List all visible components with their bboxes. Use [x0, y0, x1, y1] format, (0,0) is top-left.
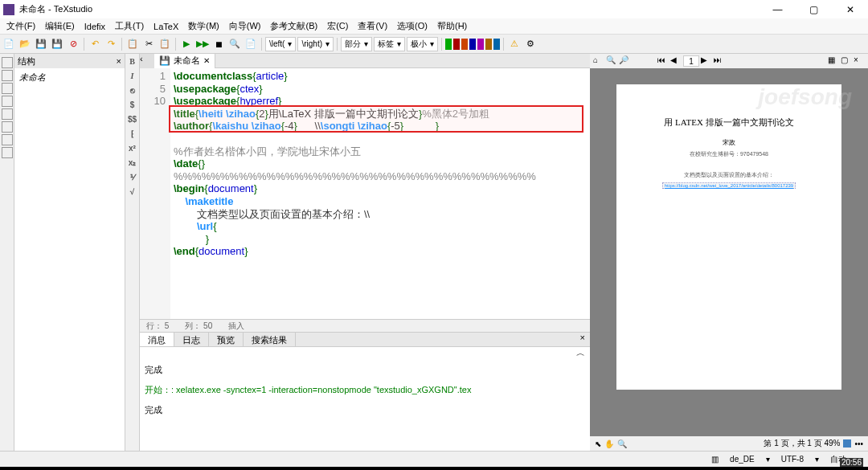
tab-messages[interactable]: 消息 [140, 333, 174, 346]
et-btn-7[interactable]: x² [127, 144, 138, 155]
messages-close-icon[interactable]: × [575, 333, 590, 346]
color-7-icon[interactable] [493, 39, 500, 50]
color-2-icon[interactable] [453, 39, 460, 50]
side-btn-5[interactable] [2, 108, 13, 120]
minimize-button[interactable]: — [760, 0, 796, 18]
preview-viewport[interactable]: joefsong 用 LATEX 排版一篇中文期刊论文 宋政 在校研究生博群号：… [590, 68, 868, 436]
sidebar-left [0, 54, 14, 451]
part-dropdown[interactable]: 部分 ▾ [341, 37, 372, 51]
color-4-icon[interactable] [469, 39, 476, 50]
et-btn-5[interactable]: $$ [127, 115, 138, 126]
color-5-icon[interactable] [477, 39, 484, 50]
side-btn-4[interactable] [2, 96, 13, 107]
menu-bib[interactable]: 参考文献(B) [265, 18, 322, 34]
watermark: joefsong [758, 84, 852, 110]
et-btn-8[interactable]: x₂ [127, 158, 138, 170]
pv-home-icon[interactable]: ⌂ [593, 55, 604, 67]
menu-file[interactable]: 文件(F) [2, 18, 40, 34]
right-delimiter-dropdown[interactable]: \right) ▾ [297, 37, 334, 51]
pv-more-icon[interactable]: ••• [854, 439, 863, 448]
language-selector[interactable]: de_DE [727, 455, 758, 464]
open-file-icon[interactable]: 📂 [18, 37, 32, 51]
menu-macros[interactable]: 宏(C) [322, 18, 353, 34]
tool-icon[interactable]: ⚙ [523, 37, 538, 51]
build-view-icon[interactable]: ▶▶ [195, 37, 210, 51]
zoom-icon[interactable]: 🔍 [617, 439, 627, 448]
side-btn-1[interactable] [2, 57, 13, 68]
side-btn-7[interactable] [2, 134, 13, 145]
et-btn-9[interactable]: ⅟ [127, 173, 138, 184]
close-doc-icon[interactable]: ⊘ [66, 37, 80, 51]
et-btn-10[interactable]: √ [127, 187, 138, 198]
side-btn-8[interactable] [2, 147, 13, 158]
tab-close-icon[interactable]: ✕ [203, 56, 210, 65]
structure-close-icon[interactable]: × [117, 56, 121, 66]
menu-wizards[interactable]: 向导(W) [224, 18, 266, 34]
cut-icon[interactable]: ✂ [141, 37, 156, 51]
color-3-icon[interactable] [461, 39, 468, 50]
side-btn-6[interactable] [2, 121, 13, 133]
tab-log[interactable]: 日志 [174, 333, 209, 346]
expand-icon[interactable]: ︿ [140, 347, 590, 359]
size-dropdown[interactable]: 极小 ▾ [407, 37, 438, 51]
new-file-icon[interactable]: 📄 [2, 37, 16, 51]
view-log-icon[interactable]: 📄 [244, 37, 258, 51]
side-btn-3[interactable] [2, 83, 13, 94]
pv-prev-icon[interactable]: ◀ [670, 55, 682, 67]
sb-icon-1[interactable]: ▥ [711, 455, 719, 464]
menu-view[interactable]: 查看(V) [353, 18, 392, 34]
color-1-icon[interactable] [445, 39, 452, 50]
label-dropdown[interactable]: 标签 ▾ [374, 37, 405, 51]
cursor-icon[interactable]: ⬉ [595, 439, 601, 448]
color-6-icon[interactable] [485, 39, 492, 50]
pv-last-icon[interactable]: ⏭ [714, 55, 725, 67]
pv-zoom-in-icon[interactable]: 🔍 [606, 55, 617, 67]
pv-next-icon[interactable]: ▶ [701, 55, 712, 67]
paste-icon[interactable]: 📋 [158, 37, 172, 51]
view-icon[interactable]: 🔍 [227, 37, 242, 51]
preview-panel: ⌂ 🔍 🔎 ⏮ ◀ ▶ ⏭ ▦ ▢ × joefsong 用 LATEX 排版一… [590, 54, 868, 451]
save-icon[interactable]: 💾 [34, 37, 48, 51]
side-btn-2[interactable] [2, 70, 13, 81]
et-btn-6[interactable]: ⁅ [127, 129, 138, 141]
et-btn-3[interactable]: ⎋ [127, 86, 138, 97]
stop-icon[interactable]: ⏹ [211, 37, 226, 51]
bold-button[interactable]: B [127, 57, 138, 68]
left-delimiter-dropdown[interactable]: \left( ▾ [265, 37, 296, 51]
menu-idefix[interactable]: Idefix [80, 20, 110, 33]
code-editor[interactable]: 1510 \documentclass{article} \usepackage… [140, 68, 590, 319]
maximize-button[interactable]: ▢ [796, 0, 832, 18]
pv-opt2-icon[interactable]: ▢ [841, 55, 852, 67]
close-button[interactable]: ✕ [832, 0, 868, 18]
menu-options[interactable]: 选项(O) [392, 18, 432, 34]
undo-icon[interactable]: ↶ [88, 37, 102, 51]
menu-math[interactable]: 数学(M) [183, 18, 224, 34]
editor-tab[interactable]: 💾 未命名 ✕ [154, 54, 215, 68]
menu-tools[interactable]: 工具(T) [110, 18, 149, 34]
pv-close-icon[interactable]: × [854, 55, 865, 67]
copy-icon[interactable]: 📋 [125, 37, 140, 51]
pv-zoom-out-icon[interactable]: 🔎 [619, 55, 630, 67]
titlebar: 未命名 - TeXstudio — ▢ ✕ [0, 0, 868, 18]
pv-page-input[interactable] [683, 55, 699, 67]
italic-button[interactable]: I [127, 72, 138, 83]
menu-help[interactable]: 帮助(H) [432, 18, 472, 34]
encoding-selector[interactable]: UTF-8 [778, 455, 807, 464]
pv-opt1-icon[interactable]: ▦ [828, 55, 839, 67]
code-text[interactable]: \documentclass{article} \usepackage{ctex… [170, 68, 590, 319]
save-all-icon[interactable]: 💾 [50, 37, 64, 51]
redo-icon[interactable]: ↷ [104, 37, 118, 51]
tab-search[interactable]: 搜索结果 [244, 333, 296, 346]
menu-edit[interactable]: 编辑(E) [40, 18, 80, 34]
structure-item[interactable]: 未命名 [14, 68, 125, 87]
pv-first-icon[interactable]: ⏮ [657, 55, 669, 67]
warning-icon[interactable]: ⚠ [507, 37, 522, 51]
tab-preview[interactable]: 预览 [209, 333, 244, 346]
tab-scroll-icon[interactable]: ‹ [140, 54, 154, 68]
et-btn-4[interactable]: $ [127, 100, 138, 112]
preview-page-status: 第 1 页，共 1 页 49% [764, 438, 840, 449]
hand-icon[interactable]: ✋ [604, 439, 614, 448]
menu-latex[interactable]: LaTeX [149, 20, 183, 33]
build-icon[interactable]: ▶ [179, 37, 194, 51]
pv-color-indicator-icon[interactable] [843, 439, 851, 448]
